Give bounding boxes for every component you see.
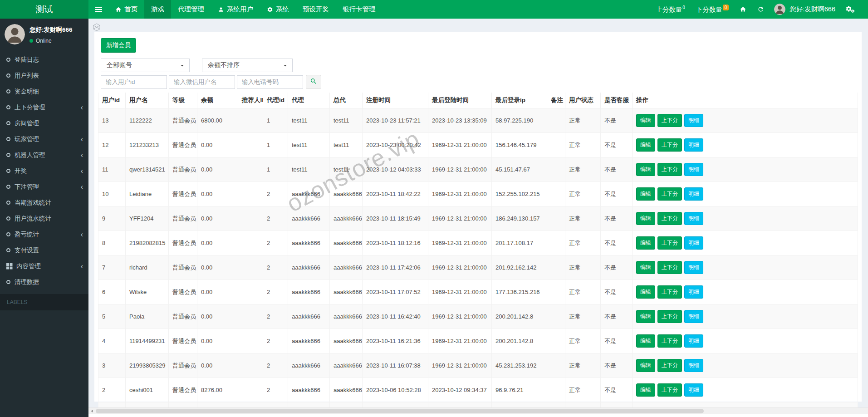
cell-agent: aaakkk666 xyxy=(288,378,330,402)
table-row: 131122222普通会员6800.001test11test112023-10… xyxy=(98,108,858,133)
sidebar-labels-header: LABELS xyxy=(0,294,88,310)
detail-button[interactable]: 明细 xyxy=(684,236,703,250)
down-score-link[interactable]: 下分数量0 xyxy=(691,5,734,14)
online-status-link[interactable]: Online xyxy=(29,38,73,44)
cell-id: 11 xyxy=(98,157,126,182)
sidebar-item-current-game-stats[interactable]: 当期游戏统计 xyxy=(0,195,88,211)
sidebar-user-name: 您好:发财啊666 xyxy=(29,26,73,34)
updown-button[interactable]: 上下分 xyxy=(657,187,682,201)
edit-button[interactable]: 编辑 xyxy=(636,187,655,201)
horizontal-scrollbar[interactable] xyxy=(88,407,868,414)
updown-button[interactable]: 上下分 xyxy=(657,236,682,250)
sidebar-item-user-flow-stats[interactable]: 用户流水统计 xyxy=(0,211,88,226)
current-user-menu[interactable]: 您好:发财啊666 xyxy=(770,4,839,15)
refresh-button[interactable] xyxy=(752,6,769,13)
wechat-name-input[interactable] xyxy=(169,75,235,89)
detail-button[interactable]: 明细 xyxy=(684,285,703,299)
cell-status: 正常 xyxy=(565,133,601,157)
sidebar-item-content-manage[interactable]: 内容管理‹ xyxy=(0,258,88,274)
detail-button[interactable]: 明细 xyxy=(684,359,703,372)
edit-button[interactable]: 编辑 xyxy=(636,163,655,176)
detail-button[interactable]: 明细 xyxy=(684,212,703,225)
sidebar-item-robot-manage[interactable]: 机器人管理‹ xyxy=(0,147,88,163)
updown-button[interactable]: 上下分 xyxy=(657,310,682,323)
scrollbar-thumb[interactable] xyxy=(96,409,704,413)
table-row: 11qwer1314521普通会员0.001test11test112023-1… xyxy=(98,157,858,182)
sidebar-item-room-manage[interactable]: 房间管理 xyxy=(0,115,88,131)
updown-button[interactable]: 上下分 xyxy=(657,334,682,348)
detail-button[interactable]: 明细 xyxy=(684,261,703,274)
sidebar-item-payment-settings[interactable]: 支付设置 xyxy=(0,242,88,258)
sidebar-item-label: 当期游戏统计 xyxy=(15,199,51,207)
home-button[interactable] xyxy=(735,6,751,13)
updown-button[interactable]: 上下分 xyxy=(657,138,682,152)
detail-button[interactable]: 明细 xyxy=(684,383,703,397)
nav-item-games[interactable]: 游戏 xyxy=(144,0,171,19)
scroll-left-arrow-icon xyxy=(91,410,93,412)
nav-item-system[interactable]: 系统 xyxy=(260,0,296,19)
sidebar-item-fund-detail[interactable]: 资金明细 xyxy=(0,83,88,99)
sidebar-item-lottery[interactable]: 开奖‹ xyxy=(0,163,88,179)
sidebar-item-bet-manage[interactable]: 下注管理‹ xyxy=(0,179,88,195)
user-id-input[interactable] xyxy=(101,75,167,89)
updown-button[interactable]: 上下分 xyxy=(657,114,682,127)
sidebar-item-label: 盈亏统计 xyxy=(15,231,39,239)
cell-last-login: 1969-12-31 21:00:00 xyxy=(428,133,492,157)
cell-note xyxy=(547,280,565,304)
cell-general-agent: aaakkk666 xyxy=(330,378,363,402)
edit-button[interactable]: 编辑 xyxy=(636,212,655,225)
cell-referrer xyxy=(238,353,263,378)
edit-button[interactable]: 编辑 xyxy=(636,359,655,372)
nav-item-preset-lottery[interactable]: 预设开奖 xyxy=(296,0,336,19)
settings-button[interactable]: >> xyxy=(840,5,860,13)
sidebar-toggle-button[interactable] xyxy=(88,0,108,19)
cell-agent-id: 1 xyxy=(263,108,288,133)
edit-button[interactable]: 编辑 xyxy=(636,285,655,299)
column-header: 备注 xyxy=(547,93,565,108)
updown-button[interactable]: 上下分 xyxy=(657,383,682,397)
cell-referrer xyxy=(238,255,263,280)
nav-item-home[interactable]: 首页 xyxy=(108,0,144,19)
edit-button[interactable]: 编辑 xyxy=(636,261,655,274)
updown-button[interactable]: 上下分 xyxy=(657,212,682,225)
search-button[interactable] xyxy=(306,75,321,89)
account-filter-select[interactable]: 全部账号 xyxy=(101,59,190,72)
sidebar-item-login-log[interactable]: 登陆日志 xyxy=(0,52,88,68)
edit-button[interactable]: 编辑 xyxy=(636,334,655,348)
edit-button[interactable]: 编辑 xyxy=(636,383,655,397)
add-member-button[interactable]: 新增会员 xyxy=(101,38,136,53)
column-header: 推荐人ID xyxy=(238,93,263,108)
cell-actions: 编辑上下分明细 xyxy=(633,329,858,353)
detail-button[interactable]: 明细 xyxy=(684,310,703,323)
detail-button[interactable]: 明细 xyxy=(684,114,703,127)
nav-item-system-users[interactable]: 系统用户 xyxy=(211,0,260,19)
sidebar-item-user-list[interactable]: 用户列表 xyxy=(0,68,88,83)
balance-sort-select[interactable]: 余额不排序 xyxy=(202,59,293,72)
updown-button[interactable]: 上下分 xyxy=(657,359,682,372)
edit-button[interactable]: 编辑 xyxy=(636,310,655,323)
detail-button[interactable]: 明细 xyxy=(684,187,703,201)
nav-item-bank-card-manage[interactable]: 银行卡管理 xyxy=(336,0,383,19)
phone-input[interactable] xyxy=(237,75,303,89)
detail-button[interactable]: 明细 xyxy=(684,138,703,152)
edit-button[interactable]: 编辑 xyxy=(636,236,655,250)
updown-button[interactable]: 上下分 xyxy=(657,261,682,274)
cell-note xyxy=(547,182,565,206)
sidebar-item-profit-stats[interactable]: 盈亏统计‹ xyxy=(0,226,88,242)
updown-button[interactable]: 上下分 xyxy=(657,285,682,299)
sidebar-item-updown-manage[interactable]: 上下分管理‹ xyxy=(0,99,88,115)
edit-button[interactable]: 编辑 xyxy=(636,114,655,127)
brand-logo[interactable]: 测试 xyxy=(0,0,88,19)
sidebar-item-clean-data[interactable]: 清理数据 xyxy=(0,274,88,290)
updown-button[interactable]: 上下分 xyxy=(657,163,682,176)
cell-balance: 0.00 xyxy=(197,304,238,329)
detail-button[interactable]: 明细 xyxy=(684,334,703,348)
cell-agent-id: 1 xyxy=(263,133,288,157)
up-score-link[interactable]: 上分数量0 xyxy=(651,5,690,14)
nav-item-agent-manage[interactable]: 代理管理 xyxy=(171,0,211,19)
edit-button[interactable]: 编辑 xyxy=(636,138,655,152)
detail-button[interactable]: 明细 xyxy=(684,163,703,176)
sidebar-item-player-manage[interactable]: 玩家管理‹ xyxy=(0,131,88,147)
cell-general-agent: test11 xyxy=(330,108,363,133)
cell-general-agent: aaakkk666 xyxy=(330,304,363,329)
